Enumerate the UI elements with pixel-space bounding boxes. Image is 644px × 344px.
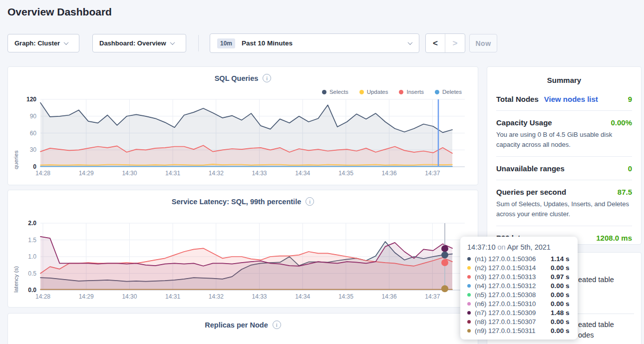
time-range-selector[interactable]: 10m Past 10 Minutes bbox=[210, 33, 419, 53]
tooltip-row: (n4) 127.0.0.1:503120.00 s bbox=[467, 281, 571, 290]
queries-per-second-row: Queries per second 87.5 Sum of Selects, … bbox=[496, 180, 632, 226]
tooltip-node-value: 0.00 s bbox=[551, 291, 570, 299]
svg-text:14:33: 14:33 bbox=[252, 293, 267, 300]
svg-text:14:30: 14:30 bbox=[122, 293, 137, 300]
tooltip-node-value: 1.14 s bbox=[551, 255, 570, 263]
next-range-button[interactable]: > bbox=[445, 34, 465, 52]
svg-text:1.0: 1.0 bbox=[28, 253, 36, 260]
node-color-dot bbox=[467, 302, 471, 306]
time-range-label: Past 10 Minutes bbox=[242, 39, 293, 47]
toolbar-divider bbox=[198, 35, 199, 51]
tooltip-row: (n7) 127.0.0.1:503091.48 s bbox=[467, 309, 571, 318]
dashboard-dropdown[interactable]: Dashboard: Overview bbox=[92, 34, 186, 52]
chevron-down-icon bbox=[64, 40, 69, 45]
svg-text:14:34: 14:34 bbox=[295, 170, 310, 177]
svg-text:14:35: 14:35 bbox=[338, 293, 353, 300]
svg-text:14:28: 14:28 bbox=[35, 293, 50, 300]
event-item-text[interactable]: eated table bbox=[578, 276, 614, 284]
dashboard-dropdown-label: Dashboard: Overview bbox=[99, 39, 166, 47]
event-item-text[interactable]: eated table bbox=[578, 321, 614, 329]
time-pager: < > bbox=[425, 33, 465, 53]
replicas-chart-title: Replicas per Node i bbox=[8, 321, 478, 329]
overview-dashboard-page: Overview Dashboard Graph: Cluster Dashbo… bbox=[0, 0, 644, 344]
replicas-per-node-card: Replicas per Node i bbox=[7, 313, 478, 344]
tooltip-node-label: (n6) 127.0.0.1:50310 bbox=[475, 300, 551, 308]
node-color-dot bbox=[467, 320, 471, 324]
graph-dropdown[interactable]: Graph: Cluster bbox=[7, 34, 79, 52]
svg-text:14:28: 14:28 bbox=[35, 170, 50, 177]
tooltip-date: Apr 5th, 2021 bbox=[507, 243, 551, 251]
service-latency-chart[interactable]: 14:2814:2914:3014:3114:3214:3314:3414:35… bbox=[8, 190, 479, 306]
chevron-down-icon bbox=[408, 40, 413, 45]
svg-text:14:36: 14:36 bbox=[382, 293, 397, 300]
capacity-usage-value: 0.00% bbox=[611, 118, 632, 127]
svg-text:14:33: 14:33 bbox=[252, 170, 267, 177]
tooltip-rows: (n1) 127.0.0.1:503061.14 s(n2) 127.0.0.1… bbox=[467, 254, 571, 336]
tooltip-node-label: (n4) 127.0.0.1:50312 bbox=[475, 282, 551, 290]
svg-text:0: 0 bbox=[33, 163, 36, 170]
tooltip-node-value: 0.00 s bbox=[551, 318, 570, 326]
time-range-badge: 10m bbox=[217, 38, 235, 48]
node-color-dot bbox=[467, 266, 471, 270]
node-color-dot bbox=[467, 311, 471, 315]
sql-queries-chart[interactable]: 14:2814:2914:3014:3114:3214:3314:3414:35… bbox=[8, 67, 479, 183]
unavailable-ranges-row: Unavailable ranges 0 bbox=[496, 157, 632, 180]
total-nodes-value: 9 bbox=[628, 95, 632, 103]
svg-text:14:29: 14:29 bbox=[79, 293, 94, 300]
svg-text:30: 30 bbox=[30, 146, 37, 153]
svg-text:14:34: 14:34 bbox=[295, 293, 310, 300]
tooltip-row: (n6) 127.0.0.1:503100.00 s bbox=[467, 299, 571, 308]
node-color-dot bbox=[467, 275, 471, 279]
summary-title: Summary bbox=[487, 67, 641, 87]
svg-text:14:37: 14:37 bbox=[425, 170, 440, 177]
tooltip-node-value: 1.48 s bbox=[551, 309, 570, 317]
tooltip-node-label: (n1) 127.0.0.1:50306 bbox=[475, 255, 551, 263]
unavailable-ranges-label: Unavailable ranges bbox=[496, 164, 565, 173]
svg-text:2.0: 2.0 bbox=[28, 220, 36, 227]
tooltip-node-value: 0.00 s bbox=[551, 327, 570, 335]
tooltip-row: (n2) 127.0.0.1:503140.00 s bbox=[467, 263, 571, 272]
service-latency-card: Service Latency: SQL, 99th percentile i … bbox=[7, 190, 478, 308]
svg-text:0.0: 0.0 bbox=[28, 287, 36, 294]
svg-text:14:35: 14:35 bbox=[338, 170, 353, 177]
svg-text:0.5: 0.5 bbox=[28, 270, 36, 277]
svg-text:60: 60 bbox=[30, 130, 37, 137]
node-color-dot bbox=[467, 329, 471, 333]
summary-panel: Summary Total Nodes View nodes list 9 Ca… bbox=[487, 66, 642, 245]
tooltip-node-label: (n9) 127.0.0.1:50311 bbox=[475, 327, 551, 335]
tooltip-time: 14:37:10 bbox=[467, 243, 495, 251]
svg-text:1.5: 1.5 bbox=[28, 237, 36, 244]
graph-dropdown-label: Graph: Cluster bbox=[14, 39, 60, 47]
svg-text:14:29: 14:29 bbox=[79, 170, 94, 177]
tooltip-node-value: 0.00 s bbox=[551, 264, 570, 272]
prev-range-button[interactable]: < bbox=[426, 34, 445, 52]
svg-text:14:36: 14:36 bbox=[382, 170, 397, 177]
event-item-text[interactable]: odes bbox=[578, 331, 594, 339]
tooltip-row: (n8) 127.0.0.1:503070.00 s bbox=[467, 318, 571, 327]
tooltip-node-label: (n7) 127.0.0.1:50309 bbox=[475, 309, 551, 317]
tooltip-node-label: (n8) 127.0.0.1:50307 bbox=[475, 318, 551, 326]
now-button[interactable]: Now bbox=[469, 34, 497, 52]
svg-text:14:32: 14:32 bbox=[209, 293, 224, 300]
total-nodes-label: Total Nodes bbox=[496, 95, 539, 103]
sql-queries-card: SQL Queries i SelectsUpdatesInsertsDelet… bbox=[7, 66, 478, 185]
tooltip-node-label: (n2) 127.0.0.1:50314 bbox=[475, 264, 551, 272]
svg-text:120: 120 bbox=[26, 96, 36, 103]
chevron-down-icon bbox=[170, 40, 175, 45]
tooltip-node-label: (n3) 127.0.0.1:50313 bbox=[475, 273, 551, 281]
tooltip-node-label: (n5) 127.0.0.1:50308 bbox=[475, 291, 551, 299]
info-icon[interactable]: i bbox=[273, 321, 281, 329]
node-color-dot bbox=[467, 293, 471, 297]
node-color-dot bbox=[467, 257, 471, 261]
view-nodes-list-link[interactable]: View nodes list bbox=[544, 95, 598, 103]
node-color-dot bbox=[467, 284, 471, 288]
tooltip-row: (n3) 127.0.0.1:503130.97 s bbox=[467, 272, 571, 281]
svg-text:14:37: 14:37 bbox=[425, 293, 440, 300]
svg-text:14:32: 14:32 bbox=[209, 170, 224, 177]
tooltip-node-value: 0.97 s bbox=[551, 273, 570, 281]
tooltip-row: (n1) 127.0.0.1:503061.14 s bbox=[467, 254, 571, 263]
total-nodes-row: Total Nodes View nodes list 9 bbox=[496, 87, 632, 111]
qps-value: 87.5 bbox=[618, 188, 632, 196]
unavailable-ranges-value: 0 bbox=[628, 164, 632, 173]
tooltip-row: (n9) 127.0.0.1:503110.00 s bbox=[467, 327, 571, 336]
